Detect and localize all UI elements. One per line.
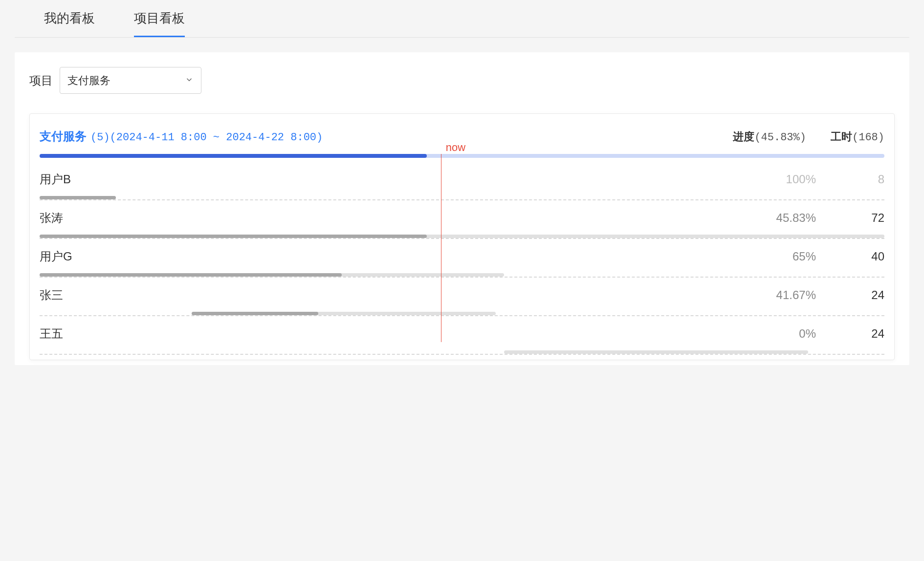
row-hours: 8 (855, 173, 884, 186)
project-card: 支付服务 (5)(2024-4-11 8:00 ~ 2024-4-22 8:00… (29, 113, 895, 360)
hours-value: (168) (852, 131, 884, 144)
row-hours: 72 (855, 211, 884, 225)
row-progress: 100% (757, 173, 816, 186)
row-bar-track (40, 312, 884, 315)
row-bar-fill (192, 312, 318, 315)
progress-value: (45.83%) (754, 131, 806, 144)
card-title[interactable]: 支付服务 (40, 129, 87, 144)
row-bar (40, 273, 504, 277)
panel: 项目 支付服务 支付服务 (5)(2024-4-11 8:00 ~ 2024-4… (15, 52, 909, 365)
row-hours: 24 (855, 327, 884, 341)
row-right: 45.83% 72 (757, 211, 884, 225)
row-bar-track (40, 273, 884, 277)
row-right: 65% 40 (757, 250, 884, 263)
row-top: 张涛 45.83% 72 (40, 210, 884, 235)
table-row: 用户G 65% 40 (40, 239, 884, 278)
hours-label: 工时 (831, 131, 852, 144)
row-progress: 45.83% (757, 211, 816, 225)
timeline: now 用户B 100% 8 张涛 45.83% (40, 154, 884, 355)
project-select[interactable]: 支付服务 (60, 67, 201, 94)
table-row: 用户B 100% 8 (40, 162, 884, 200)
overall-progress-bar (40, 154, 884, 158)
row-name: 王五 (40, 326, 63, 342)
now-line (441, 154, 442, 342)
tab-project-board[interactable]: 项目看板 (134, 0, 185, 37)
progress-label: 进度 (733, 131, 754, 144)
row-bar-fill (40, 235, 427, 238)
table-row: 张三 41.67% 24 (40, 278, 884, 316)
row-right: 100% 8 (757, 173, 884, 186)
row-right: 0% 24 (757, 327, 884, 341)
table-row: 张涛 45.83% 72 (40, 200, 884, 239)
row-name: 用户B (40, 172, 71, 187)
row-top: 用户G 65% 40 (40, 249, 884, 273)
hours-metric: 工时(168) (831, 129, 884, 144)
table-row: 王五 0% 24 (40, 316, 884, 355)
rows-container: 用户B 100% 8 张涛 45.83% 72 用户G (40, 162, 884, 355)
tab-my-board[interactable]: 我的看板 (44, 0, 95, 37)
row-hours: 24 (855, 288, 884, 302)
now-label: now (446, 141, 465, 154)
project-select-row: 项目 支付服务 (29, 67, 895, 94)
row-bar-fill (40, 196, 116, 199)
card-title-group: 支付服务 (5)(2024-4-11 8:00 ~ 2024-4-22 8:00… (40, 129, 323, 144)
row-name: 张三 (40, 287, 63, 303)
project-select-label: 项目 (29, 73, 53, 88)
row-name: 张涛 (40, 210, 63, 226)
row-bar (40, 196, 116, 199)
card-subtitle: (5)(2024-4-11 8:00 ~ 2024-4-22 8:00) (90, 131, 323, 144)
row-bar-track (40, 196, 884, 199)
row-top: 用户B 100% 8 (40, 172, 884, 196)
tabs: 我的看板 项目看板 (15, 0, 909, 38)
row-right: 41.67% 24 (757, 288, 884, 302)
card-metrics: 进度(45.83%) 工时(168) (733, 129, 884, 144)
row-progress: 65% (757, 250, 816, 263)
row-hours: 40 (855, 250, 884, 263)
row-progress: 0% (757, 327, 816, 341)
row-bar (192, 312, 496, 315)
row-bar-fill (40, 273, 342, 277)
row-bar-track (40, 235, 884, 238)
progress-metric: 进度(45.83%) (733, 129, 806, 144)
row-progress: 41.67% (757, 288, 816, 302)
overall-progress-fill (40, 154, 427, 158)
row-bar-track (40, 350, 884, 354)
row-bar (40, 235, 884, 238)
row-top: 王五 0% 24 (40, 326, 884, 350)
row-bar (504, 350, 808, 354)
row-name: 用户G (40, 249, 72, 264)
chevron-down-icon (185, 74, 194, 87)
row-top: 张三 41.67% 24 (40, 287, 884, 312)
project-select-value: 支付服务 (67, 73, 110, 88)
